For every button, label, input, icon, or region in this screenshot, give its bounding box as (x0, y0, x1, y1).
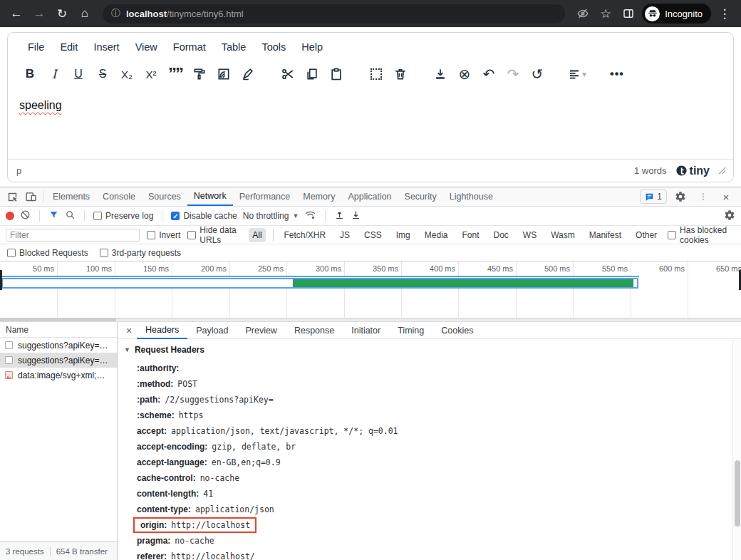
more-icon[interactable]: ••• (605, 63, 629, 85)
bold-icon[interactable]: B (18, 63, 42, 85)
image-frame-icon[interactable] (212, 63, 236, 85)
invert-checkbox[interactable] (147, 231, 155, 239)
eye-off-icon[interactable] (574, 4, 592, 23)
third-party-checkbox[interactable] (100, 249, 108, 257)
restore-draft-icon[interactable]: ↺ (525, 63, 549, 85)
overview-scrollbar-thumb[interactable] (0, 318, 116, 321)
bookmark-star-icon[interactable]: ☆ (596, 4, 615, 23)
format-painter-icon[interactable] (187, 63, 212, 85)
redo-icon[interactable]: ↷ (501, 63, 525, 85)
incognito-badge[interactable]: Incognito (642, 4, 711, 24)
detail-tab-timing[interactable]: Timing (389, 322, 432, 339)
filter-icon[interactable] (48, 209, 59, 222)
home-icon[interactable]: ⌂ (76, 4, 94, 23)
record-icon[interactable] (6, 212, 14, 220)
detail-tab-initiator[interactable]: Initiator (343, 322, 389, 339)
tab-network[interactable]: Network (187, 187, 233, 206)
detail-scrollbar[interactable] (732, 339, 741, 560)
tab-sources[interactable]: Sources (142, 187, 187, 206)
hide-data-urls-toggle[interactable]: Hide data URLs (187, 225, 242, 245)
menu-view[interactable]: View (128, 38, 165, 56)
invert-toggle[interactable]: Invert (147, 230, 180, 240)
tab-memory[interactable]: Memory (296, 187, 341, 206)
remove-icon[interactable] (388, 63, 413, 85)
back-icon[interactable]: ← (7, 4, 26, 23)
detail-tab-preview[interactable]: Preview (237, 322, 285, 339)
search-icon[interactable] (65, 209, 76, 222)
throttling-select[interactable]: No throttling ▼ (243, 211, 299, 221)
menu-help[interactable]: Help (294, 38, 330, 56)
third-party-toggle[interactable]: 3rd-party requests (100, 248, 181, 258)
filter-type-img[interactable]: Img (393, 228, 414, 242)
request-row[interactable]: data:image/svg+xml;… (0, 368, 117, 383)
detail-tab-headers[interactable]: Headers (137, 322, 187, 339)
tab-security[interactable]: Security (398, 187, 443, 206)
permanent-pen-icon[interactable] (236, 63, 260, 85)
filter-type-media[interactable]: Media (421, 228, 452, 242)
inspect-element-icon[interactable] (3, 188, 21, 205)
reload-icon[interactable]: ↻ (53, 4, 71, 23)
misspelled-word[interactable]: speeling (19, 99, 62, 111)
export-har-icon[interactable] (351, 209, 361, 222)
issues-badge[interactable]: 1 (640, 190, 667, 204)
menu-file[interactable]: File (21, 38, 51, 56)
editor-content[interactable]: speeling (8, 90, 733, 159)
preserve-log-checkbox[interactable] (93, 212, 102, 220)
devtools-close-icon[interactable]: × (717, 188, 735, 205)
hide-data-urls-checkbox[interactable] (187, 231, 196, 239)
filter-type-font[interactable]: Font (458, 228, 482, 242)
filter-input[interactable] (6, 229, 140, 242)
network-settings-icon[interactable] (724, 209, 735, 223)
import-har-icon[interactable] (334, 209, 345, 222)
filter-type-ws[interactable]: WS (519, 228, 540, 242)
paste-icon[interactable] (324, 63, 348, 85)
blockquote-icon[interactable]: ”” (163, 63, 187, 85)
overview-left-handle[interactable] (0, 270, 2, 290)
network-conditions-icon[interactable] (304, 209, 316, 223)
preserve-log-toggle[interactable]: Preserve log (93, 211, 153, 221)
detail-scrollbar-thumb[interactable] (735, 460, 740, 527)
tab-lighthouse[interactable]: Lighthouse (443, 187, 499, 206)
detail-tab-response[interactable]: Response (286, 322, 343, 339)
menu-table[interactable]: Table (214, 38, 254, 56)
overview-selection-window[interactable] (1, 278, 638, 289)
devtools-menu-icon[interactable]: ⋮ (694, 188, 712, 205)
network-overview[interactable]: 50 ms 100 ms 150 ms 200 ms 250 ms 300 ms… (0, 261, 741, 318)
devtools-settings-icon[interactable] (671, 188, 690, 205)
name-column-header[interactable]: Name (0, 322, 117, 338)
italic-icon[interactable]: I (42, 63, 66, 85)
tab-elements[interactable]: Elements (46, 187, 96, 206)
blocked-requests-toggle[interactable]: Blocked Requests (7, 248, 88, 258)
filter-type-fetchxhr[interactable]: Fetch/XHR (280, 228, 329, 242)
request-row[interactable]: suggestions?apiKey=… (0, 338, 117, 353)
underline-icon[interactable]: U (66, 63, 90, 85)
tiny-brand[interactable]: tiny (675, 165, 710, 177)
blocked-requests-checkbox[interactable] (7, 249, 16, 257)
section-disclosure-icon[interactable]: ▼ (124, 346, 130, 353)
detail-close-icon[interactable]: × (121, 325, 137, 336)
filter-type-all[interactable]: All (249, 228, 265, 242)
request-row-selected[interactable]: suggestions?apiKey=… (0, 353, 117, 368)
undo-icon[interactable]: ↶ (477, 63, 501, 85)
detail-tab-payload[interactable]: Payload (187, 322, 237, 339)
word-count[interactable]: 1 words (634, 165, 667, 176)
align-left-icon[interactable]: ▾ (565, 63, 589, 85)
filter-type-js[interactable]: JS (336, 228, 353, 242)
forward-icon[interactable]: → (30, 4, 48, 23)
side-panel-icon[interactable] (619, 4, 638, 23)
clear-icon[interactable] (20, 209, 31, 222)
request-headers-section[interactable]: ▼ Request Headers (124, 345, 732, 355)
disable-cache-checkbox[interactable]: ✓ (171, 212, 180, 220)
device-toolbar-icon[interactable] (21, 188, 40, 205)
resize-handle-icon[interactable] (718, 167, 726, 175)
element-path[interactable]: p (16, 165, 21, 176)
disable-cache-toggle[interactable]: ✓ Disable cache (171, 211, 237, 221)
browser-menu-icon[interactable]: ⋮ (715, 4, 734, 23)
filter-type-wasm[interactable]: Wasm (547, 228, 579, 242)
site-info-icon[interactable]: ⓘ (111, 7, 120, 20)
superscript-icon[interactable]: X² (139, 63, 163, 85)
menu-tools[interactable]: Tools (254, 38, 293, 56)
copy-icon[interactable] (300, 63, 324, 85)
menu-edit[interactable]: Edit (53, 38, 85, 56)
filter-type-doc[interactable]: Doc (489, 228, 512, 242)
